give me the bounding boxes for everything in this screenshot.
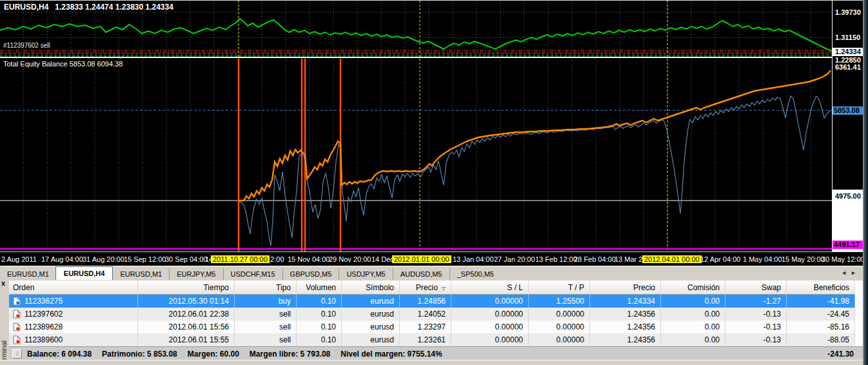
order-id: 112336275 [25, 295, 63, 308]
equity-value-box: 5853.08 [833, 106, 864, 115]
column-header-tiempo[interactable]: Tiempo [138, 281, 235, 295]
scale-label: 1.39730 [835, 8, 861, 16]
current-price-box: 1.24334 [833, 48, 865, 56]
order-doc-icon [13, 335, 21, 344]
cell-t-p: 1.25500 [529, 295, 590, 308]
tab-scroll-arrows[interactable]: ◄► [841, 270, 860, 276]
cell-swap: -0.13 [725, 308, 787, 321]
order-row-112336275[interactable]: 1123362752012.05.30 01:14buy0.10eurusd1.… [9, 295, 863, 308]
cell-precio: 1.24334 [590, 295, 661, 308]
cell-volumen: 0.10 [297, 308, 342, 321]
timeline-label: 1 May 04:00 [743, 255, 782, 263]
chart-area: EURUSD,H41.23833 1.24474 1.23830 1.24334… [0, 0, 863, 266]
column-header-volumen[interactable]: Volumen [297, 281, 342, 295]
cell-comisi-n: 0.00 [661, 308, 725, 321]
order-id: 112389628 [25, 321, 63, 333]
timeline-label: 17 Aug 04:00 [41, 255, 83, 263]
summary-patrimonio: Patrimonio: 5 853.08 [102, 350, 177, 359]
order-line-label: #112397602 sell [3, 42, 50, 49]
chart-tab-eurusd-h4[interactable]: EURUSD,H4 [55, 266, 113, 281]
cell-s-mbolo: eurusd [342, 308, 400, 321]
cell-precio: 1.23297 [400, 321, 451, 333]
cell-orden: 112389628 [9, 321, 138, 333]
timeline-label-highlighted: 2011.10.27 00:00 [211, 255, 270, 263]
order-row-112389600[interactable]: 1123896002012.06.01 15:55sell0.10eurusd1… [9, 333, 863, 346]
cell-tipo: sell [235, 333, 297, 346]
chart-tab-usdjpy-m5[interactable]: USDJPY,M5 [339, 268, 392, 281]
timeline-label: 15 Sep 12:00 [124, 255, 166, 263]
price-scale: 1.39730 1.31150 1.24334 1.22850 6361.41 … [832, 1, 863, 252]
summary-nivel-del-margen: Nivel del margen: 9755.14% [340, 350, 442, 359]
order-id: 112389600 [25, 333, 63, 346]
chart-tab--sp500-m5[interactable]: _SP500,M5 [449, 268, 501, 281]
cell-beneficios: -85.16 [787, 321, 855, 333]
order-row-112397602[interactable]: 1123976022012.06.01 22:38sell0.10eurusd1… [9, 308, 863, 321]
plot-area[interactable] [0, 1, 832, 252]
column-header-precio[interactable]: Precio▽ [400, 281, 451, 295]
column-header-orden[interactable]: Orden [9, 281, 138, 295]
cell-s-l: 0.00000 [451, 321, 529, 333]
order-doc-icon [13, 310, 21, 319]
summary-margen: Margen: 60.00 [188, 350, 239, 359]
column-header-s-mbolo[interactable]: Símbolo [342, 281, 400, 295]
cell-s-l: 0.00000 [451, 308, 529, 321]
order-row-112389628[interactable]: 1123896282012.06.01 15:56sell0.10eurusd1… [9, 321, 863, 333]
cell-s-mbolo: eurusd [342, 321, 400, 333]
cell-precio: 1.23261 [400, 333, 451, 346]
column-header-precio[interactable]: Precio [590, 281, 661, 295]
timeline-label: 31 Aug 20:00 [83, 255, 124, 263]
cell-beneficios: -41.98 [787, 295, 855, 308]
sort-direction-icon: ▽ [442, 286, 446, 291]
cell-swap: -1.27 [725, 295, 787, 308]
cell-t-p: 0.00000 [529, 321, 590, 333]
timeline-label: 29 Nov 20:00 [329, 255, 371, 263]
cell-orden: 112389600 [9, 333, 138, 346]
order-id: 112397602 [25, 308, 63, 321]
timeline-label: 27 Jan 20:00 [494, 255, 535, 263]
column-header-swap[interactable]: Swap [725, 281, 787, 295]
chart-tab-gbpusd-m5[interactable]: GBPUSD,M5 [282, 268, 339, 281]
column-header-comisi-n[interactable]: Comisión [661, 281, 725, 295]
cell-volumen: 0.10 [297, 295, 342, 308]
chart-tab-usdchf-m15[interactable]: USDCHF,M15 [223, 268, 282, 281]
chart-tab-audusd-m5[interactable]: AUDUSD,M5 [393, 268, 449, 281]
equity-chart-svg [0, 59, 832, 252]
column-header-s-l[interactable]: S / L [451, 281, 529, 295]
column-header-beneficios[interactable]: Beneficios [787, 281, 855, 295]
chart-tab-bar: EURUSD,M1EURUSD,H4EURUSD,M1EURJPY,M5USDC… [0, 266, 868, 281]
summary-balance: Balance: 6 094.38 [27, 350, 92, 359]
window-bottom-edge [0, 360, 868, 365]
cell-precio: 1.24356 [590, 333, 661, 346]
scale-label: 6361.41 [835, 63, 861, 71]
cell-comisi-n: 0.00 [661, 295, 725, 308]
timeline-label-highlighted: 2012.04.01 00:00 [642, 255, 702, 263]
terminal-panel: x Terminal OrdenTiempoTipoVolumenSímbolo… [0, 280, 868, 360]
timeline-label: 28 Feb 04:00 [574, 255, 616, 263]
chart-tab-eurusd-m1[interactable]: EURUSD,M1 [0, 268, 56, 281]
cell-tiempo: 2012.06.01 15:55 [138, 333, 235, 346]
equity-line [239, 96, 831, 246]
account-summary-row[interactable]: ↓Balance: 6 094.38Patrimonio: 5 853.08Ma… [9, 346, 863, 360]
chart-separator[interactable] [0, 57, 863, 58]
timeline-label: 14 Dec [371, 255, 394, 263]
cell-tipo: sell [235, 321, 297, 333]
tab-scroll-right-icon[interactable]: ► [851, 270, 860, 276]
scale-label: 4975.00 [835, 192, 861, 200]
cell-swap: -0.13 [725, 333, 787, 346]
cell-tiempo: 2012.06.01 15:56 [138, 321, 235, 333]
cell-t-p: 0.00000 [529, 308, 590, 321]
terminal-panel-label[interactable]: Terminal [0, 340, 8, 360]
chart-tab-eurusd-m1[interactable]: EURUSD,M1 [113, 268, 169, 281]
equity-chart-title: Total Equity Balance 5853.08 6094.38 [3, 60, 123, 68]
tab-scroll-left-icon[interactable]: ◄ [841, 270, 851, 276]
timeline-label-highlighted: 2012.01.01 00:00 [392, 255, 451, 263]
column-header-tipo[interactable]: Tipo [235, 281, 297, 295]
time-axis[interactable]: 2 Aug 201117 Aug 04:0031 Aug 20:0015 Sep… [0, 252, 863, 266]
chart-tab-eurjpy-m5[interactable]: EURJPY,M5 [169, 268, 222, 281]
column-header-t-p[interactable]: T / P [529, 281, 590, 295]
cell-tipo: sell [235, 308, 297, 321]
close-terminal-button[interactable]: x [1, 280, 5, 287]
cell-volumen: 0.10 [297, 333, 342, 346]
chart-title: EURUSD,H41.23833 1.24474 1.23830 1.24334 [4, 3, 173, 12]
timeline-label: 15 May 20:00 [782, 255, 825, 263]
